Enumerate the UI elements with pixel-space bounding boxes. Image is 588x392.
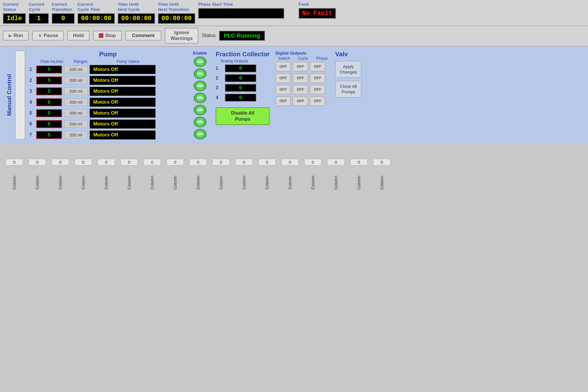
current-transition-label: CurrentTransition [52, 2, 72, 12]
phase-btn-4[interactable]: OFF [310, 96, 325, 106]
pause-button[interactable]: ⏸ Pause [32, 31, 64, 40]
bottom-label-5: Column [104, 167, 109, 190]
current-cycle-time-value[interactable]: 00:00:00 [78, 13, 115, 24]
fraction-row-2: 2 0 [216, 74, 270, 82]
stop-button[interactable]: Stop [93, 31, 122, 40]
pump-flow-5[interactable]: 5 [36, 109, 62, 117]
digital-outputs-title: Digital Outputs [275, 51, 330, 55]
bottom-col-11: 0 Column [233, 159, 256, 190]
manual-control-label: Manual Control [6, 74, 13, 116]
current-cycle-time-label: CurrentCycle Time [78, 2, 100, 12]
phase-btn-3[interactable]: OFF [310, 85, 325, 94]
bottom-label-4: Column [81, 167, 86, 190]
valve-label: Valv [335, 51, 361, 58]
bottom-val-13[interactable]: 0 [281, 159, 299, 165]
switch-btn-1[interactable]: OFF [275, 62, 291, 72]
enable-btn-6[interactable]: ON [194, 117, 206, 127]
frac-analog-1[interactable]: 0 [225, 64, 256, 72]
bottom-col-9: 0 Column [187, 159, 210, 190]
apply-changes-button[interactable]: ApplyChanges [335, 61, 361, 78]
switch-btn-2[interactable]: OFF [275, 73, 291, 83]
switch-btn-4[interactable]: OFF [275, 96, 291, 106]
current-cycle-value[interactable]: 1 [29, 13, 49, 24]
fault-col: Fault No Fault [299, 2, 336, 19]
bottom-label-12: Column [265, 167, 269, 190]
enable-btn-1[interactable]: ON [194, 57, 206, 67]
phase-btn-2[interactable]: OFF [310, 73, 325, 83]
frac-analog-4[interactable]: 0 [225, 94, 256, 102]
phase-start-time-value[interactable] [198, 8, 284, 19]
bottom-val-7[interactable]: 0 [144, 159, 161, 165]
fraction-title: Fraction Collector [216, 51, 270, 58]
analog-outputs-header: Analog Outputs [216, 59, 253, 63]
switch-btn-3[interactable]: OFF [275, 85, 291, 94]
pump-row-7: 7 5 200 ml Motors Off [28, 130, 188, 140]
cycle-btn-3[interactable]: OFF [293, 85, 308, 94]
enable-rows: ON ON ON ON ON ON ON [194, 57, 206, 139]
run-button[interactable]: ▶ Run [3, 31, 29, 40]
frac-analog-2[interactable]: 0 [225, 74, 256, 82]
bottom-col-7: 0 Column [141, 159, 164, 190]
bottom-val-8[interactable]: 0 [167, 159, 184, 165]
bottom-val-5[interactable]: 0 [98, 159, 115, 165]
enable-btn-2[interactable]: ON [194, 69, 206, 79]
bottom-val-15[interactable]: 0 [327, 159, 345, 165]
cycle-btn-2[interactable]: OFF [293, 73, 308, 83]
pump-row-6: 6 5 200 ml Motors Off [28, 119, 188, 129]
pump-flow-3[interactable]: 5 [36, 87, 62, 95]
current-cycle-time-col: CurrentCycle Time 00:00:00 [78, 2, 115, 24]
bottom-val-10[interactable]: 0 [212, 159, 230, 165]
pump-status-5: Motors Off [90, 109, 156, 118]
cycle-btn-1[interactable]: OFF [293, 62, 308, 72]
phase-btn-1[interactable]: OFF [310, 62, 325, 72]
bottom-val-16[interactable]: 0 [350, 159, 368, 165]
bottom-val-3[interactable]: 0 [52, 159, 69, 165]
comment-label: Comment [132, 33, 154, 38]
bottom-val-11[interactable]: 0 [235, 159, 253, 165]
bottom-val-1[interactable]: 0 [6, 159, 23, 165]
control-row: ▶ Run ⏸ Pause Hold Stop Comment IgnoreWa… [0, 26, 588, 47]
current-cycle-col: CurrentCycle 1 [29, 2, 49, 24]
bottom-val-2[interactable]: 0 [29, 159, 46, 165]
fraction-row-4: 4 0 [216, 94, 270, 102]
time-until-next-transition-label: Time UntilNext Transition [158, 2, 189, 12]
time-until-next-transition-value[interactable]: 00:00:00 [158, 13, 195, 24]
hold-button[interactable]: Hold [67, 31, 90, 40]
pump-flow-4[interactable]: 5 [36, 98, 62, 106]
bottom-label-7: Column [150, 167, 154, 190]
bottom-val-4[interactable]: 0 [75, 159, 92, 165]
pump-status-3: Motors Off [90, 87, 156, 96]
pump-flow-7[interactable]: 5 [36, 131, 62, 139]
fraction-row-1: 1 0 [216, 64, 270, 72]
pump-flow-2[interactable]: 5 [36, 76, 62, 84]
frac-analog-3[interactable]: 0 [225, 84, 256, 92]
ignore-warnings-button[interactable]: IgnoreWarnings [165, 28, 198, 44]
time-until-next-cycle-value[interactable]: 00:00:00 [118, 13, 155, 24]
bottom-label-16: Column [357, 167, 361, 190]
enable-btn-5[interactable]: ON [194, 105, 206, 115]
bottom-col-15: 0 Column [324, 159, 347, 190]
current-transition-value[interactable]: 0 [52, 13, 75, 24]
bottom-val-14[interactable]: 0 [304, 159, 322, 165]
current-status-value[interactable]: Idle [3, 13, 26, 24]
pump-row-1: 1 5 200 ml Motors Off [28, 65, 188, 74]
enable-btn-7[interactable]: ON [194, 129, 206, 139]
enable-btn-4[interactable]: ON [194, 93, 206, 103]
enable-btn-3[interactable]: ON [194, 81, 206, 91]
bottom-columns-section: 0 Column 0 Column 0 Column 0 Column 0 Co… [0, 144, 588, 190]
cycle-btn-4[interactable]: OFF [293, 96, 308, 106]
bottom-val-9[interactable]: 0 [189, 159, 207, 165]
bottom-label-17: Column [380, 167, 384, 190]
bottom-val-12[interactable]: 0 [258, 159, 276, 165]
bottom-val-6[interactable]: 0 [121, 159, 138, 165]
bottom-col-3: 0 Column [49, 159, 72, 190]
comment-button[interactable]: Comment [125, 31, 161, 40]
disable-all-pumps-button[interactable]: Disable AllPumps [216, 107, 270, 125]
bottom-val-17[interactable]: 0 [373, 159, 390, 165]
fault-value[interactable]: No Fault [299, 8, 336, 19]
pump-flow-6[interactable]: 5 [36, 120, 62, 128]
pump-range-2: 200 ml [64, 77, 87, 84]
bottom-col-12: 0 Column [256, 159, 278, 190]
pump-flow-1[interactable]: 5 [36, 65, 62, 74]
close-all-pumps-button[interactable]: Close AllPumps [335, 81, 361, 98]
